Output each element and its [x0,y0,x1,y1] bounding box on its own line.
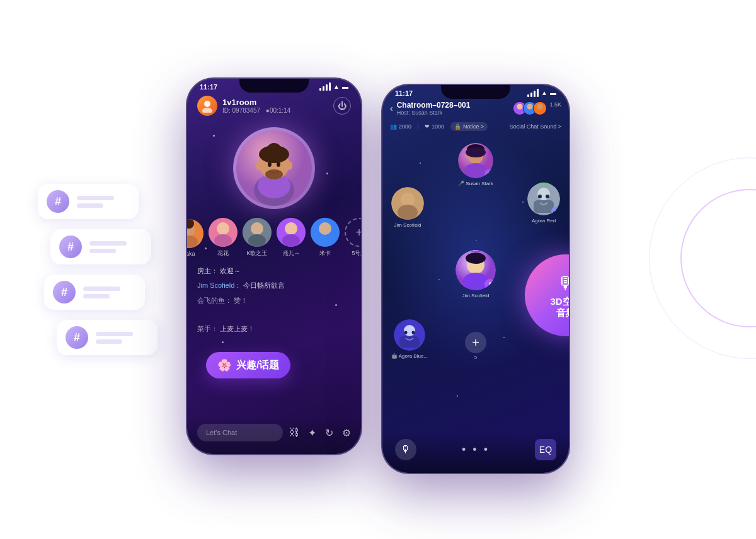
microphone-button[interactable]: 🎙 [395,439,416,460]
stat-followers: 👥 2000 [390,123,411,130]
svg-point-46 [546,195,549,198]
chat-msg-caish: 菜手： 上麦上麦！ [197,324,351,334]
user-avatar-yaner [277,218,306,247]
user-name-kaka: kaka [187,251,195,257]
svg-point-36 [464,163,487,178]
chat-msg-host: 房主： 欢迎～ [197,266,351,276]
svg-point-27 [319,222,331,235]
add-seat-button[interactable]: + [465,332,486,353]
hashtag-icon-4: # [66,326,88,349]
spatial-audio-area: 🎙 🎤 Susan Stark Jim Scofield [382,133,569,373]
svg-point-54 [404,331,408,334]
link-icon[interactable]: ⛓ [289,427,299,438]
phone1-inner: 11:17 ▲ ▬ [187,79,361,454]
user-avatar-huahua [209,218,238,247]
eq-button[interactable]: EQ [535,439,556,460]
user-item-mika: 米卡 [311,218,340,258]
scene: # # # # [0,0,756,539]
phone2-room-info: Chatroom–0728–001 Host: Susan Stark [397,101,511,116]
user-row: 深王 kaka 花花 [187,209,361,258]
avatar-jim-3d: 3D 🎙 [455,250,496,290]
hashtag-card-2: # [50,229,151,264]
phone2-bottom: 🎙 • • • EQ [382,433,569,473]
user-item-kaka: 深王 kaka [187,219,203,257]
room-avatar [197,96,217,116]
signal-bar [537,89,539,97]
mic-badge: 🎙 [484,279,496,290]
svg-point-22 [248,234,266,247]
interest-badge[interactable]: 🌸 兴趣/话题 [206,352,290,378]
chat-speaker: 菜手： [197,325,218,332]
magic-icon[interactable]: ✦ [308,427,316,439]
refresh-icon[interactable]: ↻ [325,427,333,439]
followers-icon: 👥 [390,123,397,130]
phone2-notch [441,85,510,99]
main-avatar-area [187,127,361,209]
user-name-yaner: 燕儿～ [283,249,300,258]
svg-point-52 [404,325,415,336]
notice-text: Notice > [463,123,484,130]
signal-bar [530,93,532,97]
phone-chatroom: 11:17 ▲ ▬ ‹ [381,84,570,474]
user-item-huahua: 花花 [209,218,238,258]
stat-likes: ❤ 1000 [425,123,444,130]
chat-input[interactable]: Let's Chat [197,424,283,441]
wifi-icon: ▲ [541,89,547,96]
hashtag-line [89,241,127,246]
hashtag-lines-2 [89,241,142,253]
followers-count: 2000 [399,123,411,130]
power-button[interactable]: ⏻ [333,97,351,115]
spatial-avatar-jim-left: Jim Scofield [391,187,424,228]
hashtag-card-3: # [44,275,145,310]
hashtag-line [77,203,103,208]
battery-icon: ▬ [342,83,348,90]
spatial-avatar-agora-blue: 🤖 Agora Blue... [391,319,428,359]
svg-point-8 [268,162,272,167]
spatial-avatar-susan: 🎙 🎤 Susan Stark [458,143,493,186]
phone1-header-left: 1v1room ID: 09783457 ●00:1:14 [197,96,290,116]
more-button[interactable]: • • • [462,443,490,457]
avatar-jim-left [391,187,424,220]
phone2-room-name: Chatroom–0728–001 [397,101,511,110]
seat-label: 5号麦 [352,249,361,258]
hashtag-lines-3 [83,287,136,298]
chat-msg-scofield: Jim Scofield： 今日畅所欲言 [197,281,351,290]
back-button[interactable]: ‹ [390,103,393,113]
chat-area: 房主： 欢迎～ Jim Scofield： 今日畅所欲言 会飞的鱼： 赞！ 菜手… [187,258,361,348]
avatar-agora-red: active 🤖 [527,183,560,215]
hashtag-icon-3: # [53,281,76,304]
svg-point-12 [286,161,292,170]
room-id: ID: 09783457 ●00:1:14 [222,107,290,114]
svg-rect-53 [399,336,420,348]
active-badge: active [536,183,552,184]
mic-indicator: 🎙 [484,169,493,178]
likes-count: 1000 [432,123,444,130]
chat-text: 赞！ [234,297,248,304]
svg-point-24 [285,222,297,235]
interest-text: 兴趣/话题 [236,359,279,372]
lock-icon: 🔒 [454,123,461,130]
settings-icon[interactable]: ⚙ [342,427,351,439]
star [457,395,458,397]
svg-point-18 [217,222,229,235]
robot-badge: 🤖 [551,207,560,215]
user-item-kge: K歌之王 [243,218,272,258]
phone1-status-right: ▲ ▬ [319,82,348,91]
notice-button[interactable]: 🔒 Notice > [450,122,488,131]
host-info: Host: Susan Stark [397,110,511,116]
social-chat-button[interactable]: Social Chat Sound > [510,123,561,130]
add-seat-area: + 5 [465,332,486,360]
user-avatar-kaka: 深王 [187,219,203,248]
user-item-add[interactable]: + 5号麦 [345,218,361,258]
main-avatar-glow [233,127,315,209]
label-3d: 3D [471,250,481,252]
stat-divider [418,123,418,130]
hashtag-line [83,287,120,291]
add-seat-button[interactable]: + [345,218,361,247]
svg-point-33 [537,104,543,110]
chat-text: 今日畅所欲言 [243,281,285,289]
seat-count: 5 [474,355,477,360]
svg-point-31 [527,104,533,110]
user-name-mika: 米卡 [319,249,331,258]
hashtag-icon-2: # [59,235,82,258]
